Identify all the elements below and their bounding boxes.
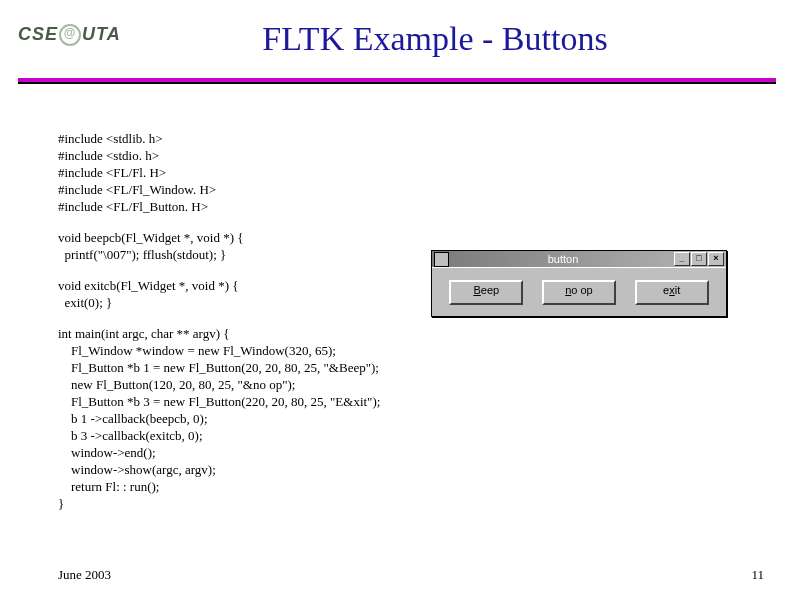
app-icon <box>434 252 449 267</box>
divider-black <box>18 82 776 84</box>
fltk-window-title: button <box>453 253 673 265</box>
code-area: #include <stdlib. h> #include <stdio. h>… <box>58 130 568 526</box>
code-main: int main(int argc, char ** argv) { Fl_Wi… <box>58 325 568 512</box>
logo-left: CSE <box>18 24 58 44</box>
btn-suffix: o op <box>571 284 592 296</box>
footer-page-number: 11 <box>751 567 764 583</box>
slide-title: FLTK Example - Buttons <box>155 20 715 58</box>
btn-underline: B <box>473 284 480 296</box>
fltk-titlebar: button _ □ × <box>432 251 726 267</box>
close-button[interactable]: × <box>708 252 724 266</box>
logo: CSE@UTA <box>18 24 121 46</box>
beep-button[interactable]: Beep <box>449 280 523 305</box>
footer-date: June 2003 <box>58 567 111 583</box>
btn-suffix: eep <box>481 284 499 296</box>
fltk-window-screenshot: button _ □ × Beep no op exit <box>431 250 727 317</box>
exit-button[interactable]: exit <box>635 280 709 305</box>
minimize-button[interactable]: _ <box>674 252 690 266</box>
fltk-client-area: Beep no op exit <box>432 267 726 316</box>
slide: CSE@UTA FLTK Example - Buttons #include … <box>0 0 794 595</box>
btn-suffix: it <box>675 284 681 296</box>
maximize-button[interactable]: □ <box>691 252 707 266</box>
logo-right: UTA <box>82 24 121 44</box>
code-includes: #include <stdlib. h> #include <stdio. h>… <box>58 130 568 215</box>
at-icon: @ <box>59 24 81 46</box>
noop-button[interactable]: no op <box>542 280 616 305</box>
